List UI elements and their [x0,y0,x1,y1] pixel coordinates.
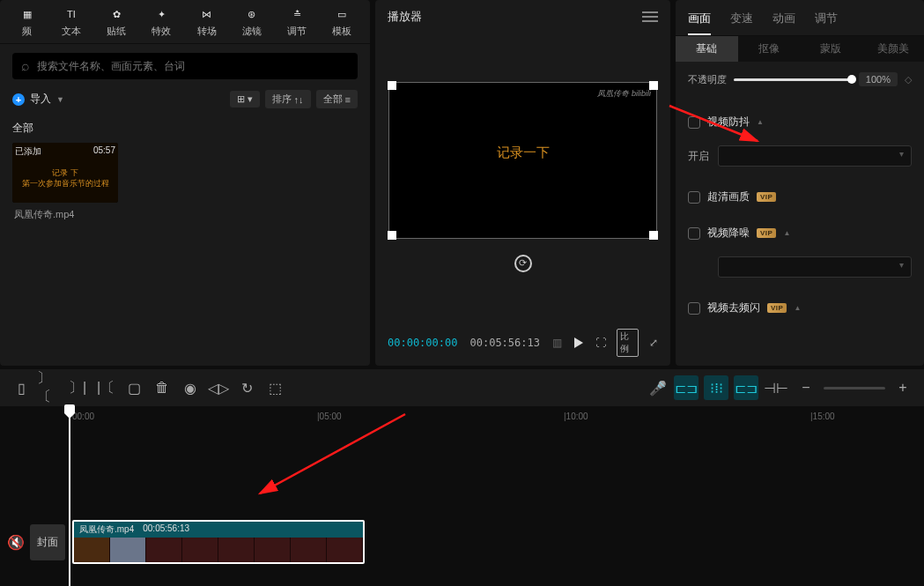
crop-icon[interactable]: ⛶ [595,337,606,349]
timeline-toolbar: ▯ 〕〔 〕| |〔 ▢ 🗑 ◉ ◁▷ ↻ ⬚ 🎤 ⊏⊐ ⁝⁞⁝ ⊏⊐ ⊣⊢ −… [0,369,924,406]
hq-checkbox[interactable] [688,191,700,204]
tool-cut-right[interactable]: |〔 [93,375,118,400]
vip-badge: VIP [767,303,787,313]
tab-label: 特效 [152,25,171,38]
tool-crop[interactable]: ▢ [122,375,146,400]
vip-badge: VIP [757,192,776,202]
clip-name: 凤凰传奇.mp4 [79,523,134,536]
tool-delete[interactable]: 🗑 [150,375,174,400]
sort-button[interactable]: 排序 ↑↓ [265,90,311,108]
keyframe-icon[interactable]: ◇ [905,74,912,85]
tab-adjust2[interactable]: 调节 [815,7,838,35]
player-menu-icon[interactable] [642,11,658,22]
subtab-basic[interactable]: 基础 [676,36,738,62]
tab-label: 调节 [287,25,307,38]
tab-transition[interactable]: ⋈转场 [197,5,217,38]
playhead[interactable] [69,406,70,586]
denoise-row[interactable]: 视频降噪 VIP ▲ [688,215,912,251]
subtab-beauty[interactable]: 美颜美 [862,36,925,62]
deflicker-row[interactable]: 视频去频闪 VIP ▲ [688,290,912,326]
search-input[interactable] [37,60,349,72]
import-button[interactable]: + 导入 ▼ [12,92,64,107]
tab-video[interactable]: ▦频 [18,5,36,38]
tick: |10:00 [564,412,588,421]
tick: |05:00 [317,412,342,421]
tool-zoom-in[interactable]: + [891,375,915,400]
filter-all-button[interactable]: 全部 ≡ [316,90,358,108]
tab-filter[interactable]: ⊛滤镜 [242,5,262,38]
hq-row[interactable]: 超清画质 VIP [688,179,912,215]
refresh-icon[interactable]: ⟳ [514,255,532,272]
properties-panel: 画面 变速 动画 调节 基础 抠像 蒙版 美颜美 不透明度 100% ◇ [676,0,924,366]
tick: |15:00 [810,412,835,421]
ratio-button[interactable]: 比例 [617,329,639,357]
denoise-select[interactable] [718,256,912,278]
tool-mirror[interactable]: ◁▷ [206,375,231,400]
tool-rotate[interactable]: ↻ [234,375,259,400]
tab-label: 滤镜 [242,25,262,38]
opacity-label: 不透明度 [688,73,727,86]
current-time: 00:00:00:00 [388,337,457,349]
tick: 00:00 [72,412,94,421]
tab-animation[interactable]: 动画 [772,7,795,35]
tab-text[interactable]: TI文本 [62,5,81,38]
watermark: 凤凰传奇 bilibili [597,88,651,100]
tab-template[interactable]: ▭模板 [332,5,351,38]
collapse-icon: ▲ [757,118,764,126]
timeline-clip[interactable]: 凤凰传奇.mp4 00:05:56:13 [72,520,365,564]
tool-snap[interactable]: ⊣⊢ [764,375,788,400]
tool-mic[interactable]: 🎤 [646,375,670,400]
tool-align1[interactable]: ⊏⊐ [674,375,699,400]
tab-sticker[interactable]: ✿贴纸 [107,5,126,38]
import-label: 导入 [30,92,51,107]
tool-cut-left[interactable]: 〕| [65,375,90,400]
plus-icon: + [12,93,25,106]
tool-record[interactable]: ◉ [178,375,203,400]
clip-thumbnails [74,538,363,564]
fullscreen-icon[interactable]: ⤢ [649,337,658,349]
chevron-down-icon: ▼ [56,95,64,104]
anti-shake-row[interactable]: 视频防抖 ▲ [688,104,912,140]
subtab-mask[interactable]: 蒙版 [800,36,862,62]
deflicker-checkbox[interactable] [688,302,700,315]
clip-preview-text: 记录 下 第一次参加音乐节的过程 [12,167,118,189]
clip-filename: 凤凰传奇.mp4 [12,203,358,221]
sticker-icon: ✿ [107,5,125,23]
tool-align3[interactable]: ⊏⊐ [734,375,758,400]
search-box[interactable]: ⌕ [12,53,358,79]
props-subtabs: 基础 抠像 蒙版 美颜美 [676,36,924,62]
transition-icon: ⋈ [198,5,216,23]
tab-adjust[interactable]: ≛调节 [287,5,307,38]
opacity-value[interactable]: 100% [859,72,898,86]
tool-split[interactable]: 〕〔 [37,375,62,400]
video-preview[interactable]: 凤凰传奇 bilibili 记录一下 [388,82,657,239]
template-icon: ▭ [333,5,351,23]
waveform-icon[interactable]: ▥ [552,337,562,349]
cover-button[interactable]: 封面 [30,524,65,560]
opacity-slider[interactable] [734,78,852,81]
tool-zoom-out[interactable]: − [794,375,818,400]
all-label: 全部 [12,121,358,136]
subtab-cutout[interactable]: 抠像 [738,36,801,62]
tab-effects[interactable]: ✦特效 [152,5,171,38]
tool-frame[interactable]: ⬚ [262,375,287,400]
view-toggle[interactable]: ⊞ ▾ [230,91,260,108]
media-clip[interactable]: 已添加 05:57 记录 下 第一次参加音乐节的过程 [12,143,118,203]
video-overlay-text: 记录一下 [389,145,656,161]
video-track: 🔇 封面 凤凰传奇.mp4 00:05:56:13 [0,517,924,567]
tab-picture[interactable]: 画面 [688,7,711,35]
tool-align2[interactable]: ⁝⁞⁝ [704,375,728,400]
search-icon: ⌕ [21,58,30,74]
denoise-checkbox[interactable] [688,227,700,240]
timeline-ruler[interactable]: 00:00 |05:00 |10:00 |15:00 [0,406,924,429]
tool-select[interactable]: ▯ [9,375,33,400]
zoom-slider[interactable] [824,387,885,389]
anti-shake-select[interactable] [718,145,912,167]
tab-speed[interactable]: 变速 [730,7,753,35]
play-button[interactable] [574,338,583,348]
denoise-label: 视频降噪 [707,226,750,241]
mute-icon[interactable]: 🔇 [7,534,23,551]
deflicker-label: 视频去频闪 [707,300,760,315]
anti-shake-checkbox[interactable] [688,116,700,129]
player-title: 播放器 [388,9,422,25]
